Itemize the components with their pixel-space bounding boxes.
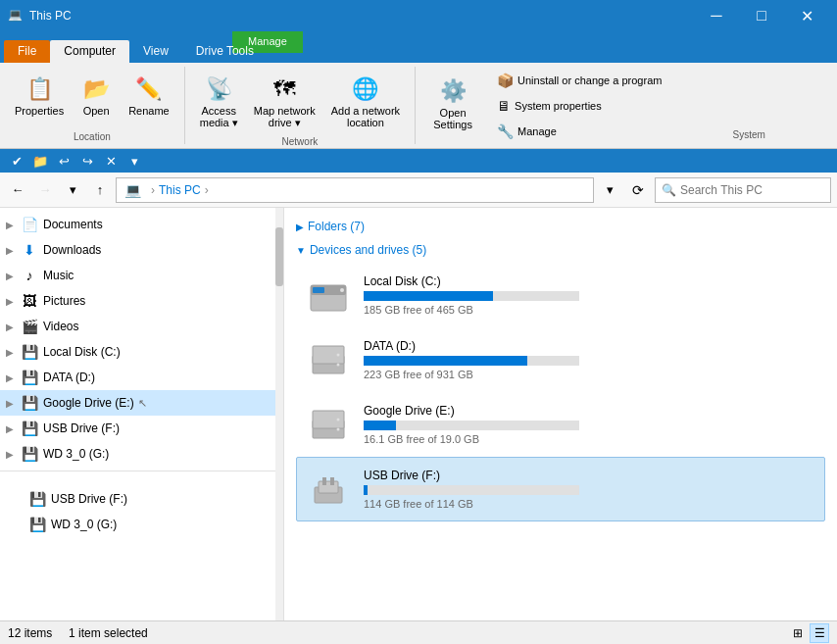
sidebar-label-wd-g2: WD 3_0 (G:) <box>51 518 117 531</box>
drives-grid: Local Disk (C:) 185 GB free of 465 GB <box>296 263 825 521</box>
sidebar-label-videos: Videos <box>43 320 78 333</box>
svg-rect-14 <box>322 477 326 485</box>
title-bar: 💻 This PC ─ □ ✕ <box>0 0 837 31</box>
drive-bar-local-c <box>364 291 493 301</box>
sidebar-item-music[interactable]: ▶ ♪ Music <box>0 263 283 288</box>
devices-section-header[interactable]: ▼ Devices and drives (5) <box>296 239 825 263</box>
sidebar-expand-local-c[interactable]: ▶ <box>0 342 20 362</box>
drive-item-usb-f[interactable]: USB Drive (F:) 114 GB free of 114 GB <box>296 457 825 521</box>
uninstall-icon: 📦 <box>497 73 514 88</box>
sidebar-item-documents[interactable]: ▶ 📄 Documents <box>0 212 283 237</box>
refresh-button[interactable]: ⟳ <box>625 177 651 203</box>
uninstall-button[interactable]: 📦 Uninstall or change a program <box>490 70 668 91</box>
title-bar-title: This PC <box>29 9 694 23</box>
local-c-icon: 💾 <box>20 342 39 362</box>
drive-name-usb-f: USB Drive (F:) <box>364 469 816 482</box>
qa-folder-button[interactable]: 📁 <box>29 150 51 172</box>
sidebar-item-usb-f[interactable]: ▶ 💾 USB Drive (F:) <box>0 416 283 441</box>
maximize-button[interactable]: □ <box>739 0 784 31</box>
qa-check-button[interactable]: ✔ <box>6 150 27 172</box>
sidebar-expand-downloads[interactable]: ▶ <box>0 240 20 260</box>
drive-item-data-d[interactable]: DATA (D:) 223 GB free of 931 GB <box>296 327 825 392</box>
system-group-label: System <box>668 127 829 140</box>
sidebar-item-wd-g2[interactable]: 💾 WD 3_0 (G:) <box>0 512 283 537</box>
sidebar-item-usb-f2[interactable]: 💾 USB Drive (F:) <box>0 486 283 512</box>
sidebar-item-local-c[interactable]: ▶ 💾 Local Disk (C:) <box>0 339 283 365</box>
rename-button[interactable]: ✏️ Rename <box>122 69 176 122</box>
up-button[interactable]: ↑ <box>88 178 112 202</box>
sidebar-expand-wd-g[interactable]: ▶ <box>0 444 20 464</box>
address-path[interactable]: 💻 › This PC › <box>116 177 594 203</box>
ribbon-tab-row: Manage File Computer View Drive Tools <box>0 31 837 63</box>
sidebar-item-wd-g[interactable]: ▶ 💾 WD 3_0 (G:) <box>0 441 283 467</box>
sidebar-label-pictures: Pictures <box>43 294 85 308</box>
sidebar: ▶ 📄 Documents ▶ ⬇ Downloads ▶ ♪ Music ▶ … <box>0 208 284 620</box>
sidebar-expand-videos[interactable]: ▶ <box>0 317 20 336</box>
sidebar-item-pictures[interactable]: ▶ 🖼 Pictures <box>0 288 283 314</box>
sidebar-item-data-d[interactable]: ▶ 💾 DATA (D:) <box>0 365 283 390</box>
svg-rect-2 <box>313 287 324 293</box>
map-drive-label: Map networkdrive ▾ <box>254 105 316 129</box>
drive-info-local-c: Local Disk (C:) 185 GB free of 465 GB <box>364 274 816 316</box>
sidebar-scrollbar[interactable] <box>275 208 283 620</box>
tab-view[interactable]: View <box>129 40 182 63</box>
address-dropdown-button[interactable]: ▾ <box>598 178 621 202</box>
qa-undo-button[interactable]: ↩ <box>53 150 74 172</box>
sidebar-item-videos[interactable]: ▶ 🎬 Videos <box>0 314 283 339</box>
qa-cancel-button[interactable]: ✕ <box>100 150 122 172</box>
sidebar-expand-wd-g2[interactable] <box>8 515 27 534</box>
drive-bar-container-data-d <box>364 356 579 366</box>
back-button[interactable]: ← <box>6 178 29 202</box>
sidebar-expand-music[interactable]: ▶ <box>0 266 20 285</box>
settings-icon: ⚙️ <box>437 75 468 107</box>
folders-section-header[interactable]: ▶ Folders (7) <box>296 216 825 239</box>
close-button[interactable]: ✕ <box>784 0 829 31</box>
tab-drive-tools[interactable]: Drive Tools <box>182 40 268 63</box>
sidebar-expand-usb-f2[interactable] <box>8 489 27 509</box>
drive-name-local-c: Local Disk (C:) <box>364 274 816 288</box>
search-input[interactable] <box>680 183 827 197</box>
path-this-pc[interactable]: This PC <box>159 183 201 197</box>
sidebar-item-google-e[interactable]: ▶ 💾 Google Drive (E:) ↖ <box>0 390 283 416</box>
devices-section-title: Devices and drives (5) <box>310 243 426 257</box>
sidebar-expand-usb-f[interactable]: ▶ <box>0 419 20 438</box>
search-icon: 🔍 <box>662 183 676 197</box>
open-settings-button[interactable]: ⚙️ OpenSettings <box>423 71 482 135</box>
title-bar-controls: ─ □ ✕ <box>694 0 829 31</box>
uninstall-label: Uninstall or change a program <box>517 74 662 86</box>
sidebar-expand-documents[interactable]: ▶ <box>0 215 20 234</box>
drive-name-data-d: DATA (D:) <box>364 339 816 353</box>
drive-item-local-c[interactable]: Local Disk (C:) 185 GB free of 465 GB <box>296 263 825 327</box>
drive-bar-usb-f <box>364 485 368 495</box>
drive-item-google-e[interactable]: Google Drive (E:) 16.1 GB free of 19.0 G… <box>296 392 825 457</box>
dropdown-history-button[interactable]: ▾ <box>61 178 84 202</box>
qa-redo-button[interactable]: ↪ <box>76 150 98 172</box>
devices-expand-icon: ▼ <box>296 245 306 256</box>
forward-button[interactable]: → <box>33 178 57 202</box>
open-button[interactable]: 📂 Open <box>73 69 120 122</box>
qa-dropdown-button[interactable]: ▾ <box>123 150 145 172</box>
properties-button[interactable]: 📋 Properties <box>8 69 71 122</box>
minimize-button[interactable]: ─ <box>694 0 739 31</box>
drive-icon-google-e <box>305 401 352 448</box>
sidebar-item-downloads[interactable]: ▶ ⬇ Downloads <box>0 237 283 263</box>
drive-name-google-e: Google Drive (E:) <box>364 404 816 418</box>
sidebar-expand-pictures[interactable]: ▶ <box>0 291 20 311</box>
drive-bar-data-d <box>364 356 527 366</box>
detail-view-button[interactable]: ☰ <box>810 623 829 643</box>
manage-button[interactable]: 🔧 Manage <box>490 121 668 142</box>
drive-icon-usb-f <box>305 466 352 513</box>
tab-file[interactable]: File <box>4 40 50 63</box>
access-media-button[interactable]: 📡 Accessmedia ▾ <box>193 69 245 134</box>
ribbon-group-location: 📋 Properties 📂 Open ✏️ Rename Location <box>0 67 185 144</box>
large-icon-view-button[interactable]: ⊞ <box>788 623 808 643</box>
drive-icon-data-d <box>305 336 352 383</box>
map-drive-button[interactable]: 🗺 Map networkdrive ▾ <box>247 69 322 134</box>
sidebar-expand-data-d[interactable]: ▶ <box>0 368 20 387</box>
system-props-icon: 🖥 <box>497 98 511 114</box>
system-props-button[interactable]: 🖥 System properties <box>490 95 668 117</box>
sidebar-expand-google-e[interactable]: ▶ <box>0 393 20 413</box>
add-network-button[interactable]: 🌐 Add a networklocation <box>324 69 407 133</box>
drive-free-local-c: 185 GB free of 465 GB <box>364 304 816 316</box>
tab-computer[interactable]: Computer <box>50 40 129 63</box>
